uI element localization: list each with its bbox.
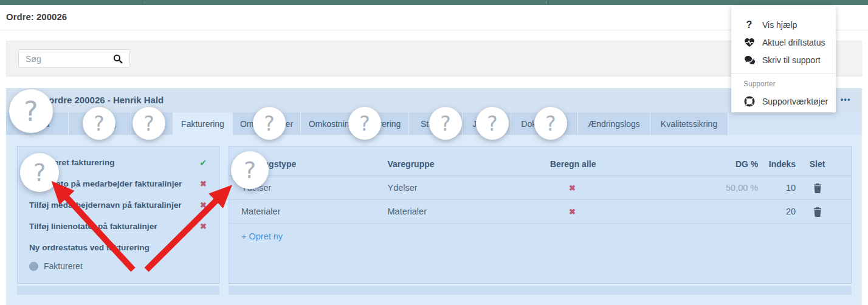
create-new-link[interactable]: + Opret ny bbox=[241, 231, 283, 241]
table-row[interactable]: Materialer Materialer ✖ 20 bbox=[229, 200, 851, 224]
col-varegruppe: Varegruppe bbox=[388, 159, 550, 169]
search-input[interactable] bbox=[19, 54, 111, 64]
tab-aendringslogs[interactable]: Ændringslogs bbox=[578, 112, 650, 135]
search-icon[interactable] bbox=[113, 54, 123, 64]
page-title: Ordre: 200026 bbox=[6, 12, 67, 22]
help-marker-icon[interactable]: ? bbox=[476, 107, 509, 140]
menu-item-aktuel-driftstatus[interactable]: Aktuel driftstatus bbox=[731, 33, 836, 51]
life-ring-icon bbox=[743, 96, 755, 107]
table-header-row: Forbrugstype Varegruppe Beregn alle DG %… bbox=[229, 146, 851, 176]
help-marker-icon[interactable]: ? bbox=[534, 107, 567, 140]
menu-item-label: Skriv til support bbox=[762, 55, 821, 65]
cell-indeks: 10 bbox=[758, 183, 796, 193]
col-dg: DG % bbox=[666, 159, 759, 169]
trash-icon[interactable] bbox=[813, 207, 822, 217]
help-marker-icon[interactable]: ? bbox=[20, 153, 59, 192]
setting-row-medarbejdernavn[interactable]: Tilføj medarbejdernavn på fakturalinjer … bbox=[18, 194, 219, 216]
cross-icon: ✖ bbox=[200, 222, 207, 231]
help-marker-icon[interactable]: ? bbox=[231, 151, 269, 189]
table-row[interactable]: Ydelser Ydelser ✖ 50,00 % 10 bbox=[229, 176, 851, 200]
setting-row-linienotater[interactable]: Tilføj linienotater på fakturalinjer ✖ bbox=[18, 216, 219, 237]
heart-pulse-icon bbox=[743, 37, 755, 48]
trash-icon[interactable] bbox=[813, 183, 822, 193]
tab-fakturering[interactable]: Fakturering bbox=[173, 112, 233, 135]
order-status-label: Ny ordrestatus ved fakturering bbox=[18, 237, 219, 258]
help-marker-icon[interactable]: ? bbox=[348, 107, 381, 140]
menu-item-label: Aktuel driftstatus bbox=[762, 38, 825, 47]
card-ellipsis-menu-button[interactable]: ••• bbox=[841, 95, 851, 104]
setting-label: Tilføj medarbejdernavn på fakturalinjer bbox=[29, 200, 182, 210]
setting-label: Tilføj linienotater på fakturalinjer bbox=[29, 222, 157, 231]
help-marker-icon[interactable]: ? bbox=[429, 107, 462, 140]
menu-section-label: Supporter bbox=[731, 77, 836, 91]
status-radio-row[interactable]: Faktureret bbox=[18, 258, 219, 274]
support-dropdown-menu: ? Vis hjælp Aktuel driftstatus Skriv til… bbox=[731, 6, 836, 112]
status-value: Faktureret bbox=[44, 261, 83, 271]
col-slet: Slet bbox=[796, 159, 839, 169]
cross-icon: ✖ bbox=[200, 179, 207, 188]
help-marker-icon[interactable]: ? bbox=[83, 107, 115, 140]
menu-item-label: Vis hjælp bbox=[762, 20, 797, 30]
topbar-separator bbox=[546, 1, 546, 4]
topbar-separator bbox=[145, 1, 145, 4]
col-indeks: Indeks bbox=[758, 159, 796, 169]
browser-topbar bbox=[0, 0, 868, 5]
cross-icon[interactable]: ✖ bbox=[550, 183, 576, 193]
check-icon: ✔ bbox=[199, 158, 207, 168]
tab-kvalitetssikring[interactable]: Kvalitetssikring bbox=[650, 112, 728, 135]
cell-varegruppe: Ydelser bbox=[388, 183, 550, 193]
question-icon: ? bbox=[743, 19, 755, 30]
cell-forbrugstype: Ydelser bbox=[241, 183, 388, 193]
table-panel-footer bbox=[229, 286, 852, 295]
menu-item-vis-hjaelp[interactable]: ? Vis hjælp bbox=[731, 16, 836, 33]
billing-types-table: Forbrugstype Varegruppe Beregn alle DG %… bbox=[229, 146, 852, 284]
cell-indeks: 20 bbox=[758, 207, 796, 216]
radio-dot-icon[interactable] bbox=[29, 262, 38, 271]
chat-bubbles-icon bbox=[743, 55, 755, 66]
col-beregn-alle: Beregn alle bbox=[550, 159, 666, 169]
cell-varegruppe: Materialer bbox=[388, 207, 550, 216]
menu-item-supportvaerktoejer[interactable]: Supportværktøjer bbox=[731, 92, 836, 110]
help-marker-icon[interactable]: ? bbox=[133, 107, 165, 140]
cell-dg: 50,00 % bbox=[666, 183, 759, 193]
cross-icon[interactable]: ✖ bbox=[550, 207, 576, 216]
cell-forbrugstype: Materialer bbox=[241, 207, 388, 216]
menu-divider bbox=[731, 73, 836, 74]
settings-panel-footer bbox=[17, 286, 219, 295]
menu-item-label: Supportværktøjer bbox=[762, 97, 828, 106]
menu-item-skriv-til-support[interactable]: Skriv til support bbox=[731, 51, 836, 69]
help-marker-icon[interactable]: ? bbox=[9, 89, 53, 133]
search-box[interactable] bbox=[18, 49, 130, 68]
help-marker-icon[interactable]: ? bbox=[253, 107, 286, 140]
cross-icon: ✖ bbox=[200, 200, 207, 210]
